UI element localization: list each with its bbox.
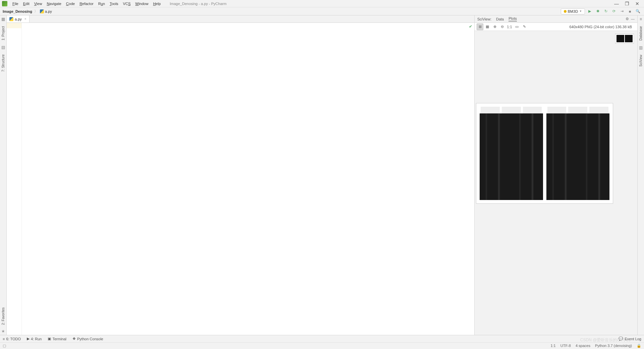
hide-icon[interactable]: — [631, 17, 635, 21]
menu-vcs[interactable]: VCS [121, 1, 133, 6]
plot-image-info: 640x480 PNG (24-bit color) 136.38 kB [570, 25, 636, 29]
left-bottom-stripe: ★ 2: Favorites [0, 275, 7, 335]
profile-button[interactable]: ⟳ [610, 8, 617, 15]
plot-thumbnail[interactable] [615, 34, 634, 44]
structure-tool-icon[interactable]: ▤ [1, 45, 6, 50]
zoom-out-icon[interactable]: ⊖ [499, 23, 505, 30]
actual-size-button[interactable]: 1:1 [506, 23, 513, 30]
editor-panel: a.py × ✔ [7, 15, 474, 335]
lock-icon[interactable]: 🔒 [637, 344, 641, 348]
navigation-bar: Image_Denosing 〉 a.py BM3D ▼ ▶ ✱ ↻ ⟳ ⇥ ■… [0, 7, 644, 15]
run-configuration-selector[interactable]: BM3D ▼ [561, 8, 585, 14]
minimize-button[interactable]: — [614, 1, 619, 6]
python-file-icon [9, 17, 13, 21]
bottom-tool-bar: ≡6: TODO ▶4: Run ▣Terminal ❖Python Conso… [0, 335, 644, 342]
structure-tool-button[interactable]: 7: Structure [1, 53, 5, 73]
sciview-header: SciView: Data Plots ⚙ — [475, 15, 637, 23]
debug-button[interactable]: ✱ [594, 8, 601, 15]
menu-refactor[interactable]: Refactor [77, 1, 96, 6]
zoom-in-icon[interactable]: ⊕ [491, 23, 498, 30]
breadcrumb-file[interactable]: a.py [40, 9, 52, 13]
menu-view[interactable]: View [32, 1, 45, 6]
plot-preview[interactable] [476, 103, 613, 204]
config-icon [564, 10, 567, 13]
menu-tools[interactable]: Tools [107, 1, 121, 6]
breadcrumb-project[interactable]: Image_Denosing [3, 9, 32, 13]
sciview-panel: SciView: Data Plots ⚙ — ⊞ ▦ ⊕ ⊖ 1:1 ▭ ✎ … [474, 15, 637, 335]
window-title: Image_Denosing - a.py - PyCharm [170, 2, 226, 6]
fit-zoom-icon[interactable]: ⊞ [477, 23, 483, 30]
sciview-tool-button[interactable]: SciView [639, 53, 643, 68]
plot-toolbar: ⊞ ▦ ⊕ ⊖ 1:1 ▭ ✎ 640x480 PNG (24-bit colo… [475, 23, 637, 31]
plot-image-left [480, 107, 543, 200]
menu-run[interactable]: Run [96, 1, 107, 6]
caret-position[interactable]: 1:1 [550, 344, 555, 348]
favorites-tool-button[interactable]: 2: Favorites [1, 306, 5, 326]
stop-button[interactable]: ■ [627, 8, 633, 15]
editor-tab[interactable]: a.py × [7, 15, 30, 22]
menu-edit[interactable]: Edit [21, 1, 32, 6]
settings-icon[interactable]: ⚙ [626, 17, 629, 21]
inspection-ok-icon[interactable]: ✔ [469, 24, 472, 29]
sciview-label: SciView: [477, 17, 491, 21]
file-encoding[interactable]: UTF-8 [560, 344, 571, 348]
project-tool-button[interactable]: 1: Project [1, 25, 5, 42]
run-button[interactable]: ▶ [586, 8, 593, 15]
sciview-tab-plots[interactable]: Plots [508, 16, 517, 21]
sciview-tool-icon[interactable]: ▥ [639, 45, 643, 50]
current-line-highlight [7, 23, 21, 28]
python-console-tool-button[interactable]: ❖Python Console [72, 337, 103, 341]
breadcrumb[interactable]: Image_Denosing 〉 a.py [3, 9, 52, 14]
maximize-button[interactable]: ❐ [625, 1, 629, 6]
code-editor[interactable]: ✔ [7, 23, 474, 335]
menu-bar: File Edit View Navigate Code Refactor Ru… [0, 0, 644, 7]
main-area: ▦ 1: Project ▤ 7: Structure ★ 2: Favorit… [0, 15, 644, 335]
chevron-down-icon: ▼ [579, 10, 582, 13]
search-button[interactable]: 🔍 [635, 8, 641, 15]
run-tool-button[interactable]: ▶4: Run [27, 337, 42, 341]
editor-body[interactable]: ✔ [22, 23, 474, 335]
editor-tab-bar: a.py × [7, 15, 474, 23]
close-button[interactable]: ✕ [635, 1, 639, 6]
database-tool-icon[interactable]: ≡ [639, 17, 643, 21]
python-file-icon [40, 9, 44, 13]
menu-code[interactable]: Code [64, 1, 77, 6]
menu-file[interactable]: File [10, 1, 21, 6]
grid-icon[interactable]: ▦ [484, 23, 491, 30]
project-tool-icon[interactable]: ▦ [1, 17, 6, 21]
left-tool-stripe: ▦ 1: Project ▤ 7: Structure [0, 15, 7, 275]
menu-navigate[interactable]: Navigate [44, 1, 63, 6]
sciview-tab-data[interactable]: Data [496, 17, 504, 21]
right-tool-stripe: ≡ Database ▥ SciView [637, 15, 644, 335]
event-log-button[interactable]: 💬Event Log [619, 337, 641, 341]
status-bar: ▢ 1:1 UTF-8 4 spaces Python 3.7 (denoisi… [0, 342, 644, 349]
database-tool-button[interactable]: Database [639, 25, 643, 42]
pycharm-icon [2, 1, 7, 6]
line-number-gutter [7, 23, 22, 335]
menu-window[interactable]: Window [133, 1, 151, 6]
save-plot-icon[interactable]: ▭ [514, 23, 520, 30]
terminal-tool-button[interactable]: ▣Terminal [48, 337, 66, 341]
breadcrumb-separator: 〉 [34, 9, 38, 14]
indent-setting[interactable]: 4 spaces [576, 344, 590, 348]
run-coverage-button[interactable]: ↻ [602, 8, 609, 15]
todo-tool-button[interactable]: ≡6: TODO [3, 337, 21, 341]
plot-image-right [546, 107, 610, 200]
close-tab-icon[interactable]: × [24, 17, 26, 21]
plot-area [475, 31, 637, 335]
attach-button[interactable]: ⇥ [619, 8, 625, 15]
edit-plot-icon[interactable]: ✎ [521, 23, 528, 30]
favorites-icon[interactable]: ★ [1, 329, 5, 334]
python-interpreter[interactable]: Python 3.7 (denoising) [595, 344, 632, 348]
tool-windows-icon[interactable]: ▢ [3, 344, 6, 348]
menu-help[interactable]: Help [151, 1, 163, 6]
